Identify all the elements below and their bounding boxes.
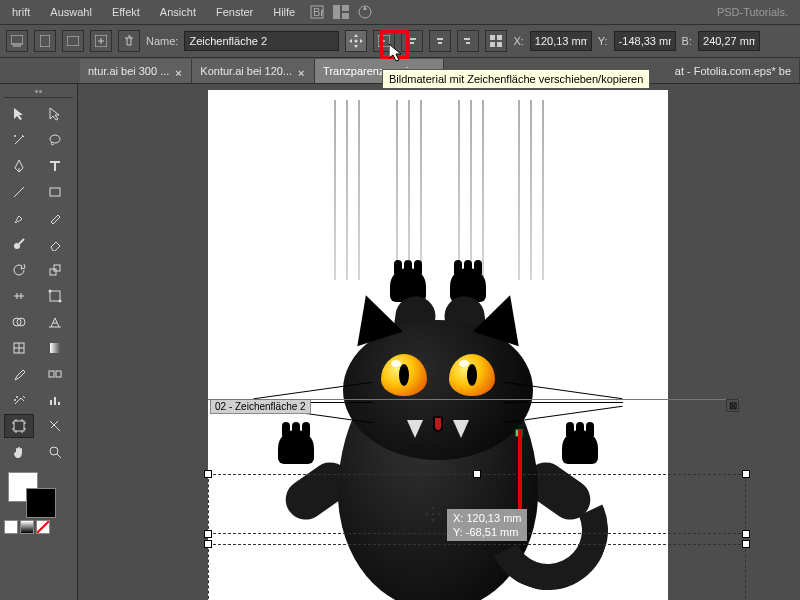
rotate-tool-icon[interactable] (4, 258, 34, 282)
rectangle-tool-icon[interactable] (40, 180, 70, 204)
move-cursor-icon (425, 506, 441, 522)
arrange-documents-icon[interactable] (331, 2, 351, 22)
bridge-icon[interactable]: Br (307, 2, 327, 22)
align-center-icon[interactable] (429, 30, 451, 52)
svg-rect-23 (50, 291, 60, 301)
tooltip: Bildmaterial mit Zeichenfläche verschieb… (382, 69, 650, 89)
eraser-tool-icon[interactable] (40, 232, 70, 256)
new-artboard-icon[interactable] (90, 30, 112, 52)
svg-rect-30 (49, 371, 54, 377)
color-mode-icon[interactable] (4, 520, 18, 534)
mesh-tool-icon[interactable] (4, 336, 34, 360)
svg-point-32 (14, 399, 16, 401)
svg-rect-2 (333, 5, 340, 19)
tools-panel (0, 84, 78, 600)
direct-selection-tool-icon[interactable] (40, 102, 70, 126)
artboard-bounds-moved[interactable] (208, 544, 746, 600)
line-tool-icon[interactable] (4, 180, 34, 204)
svg-rect-13 (490, 35, 495, 40)
svg-point-38 (50, 447, 58, 455)
artboard-name-input[interactable] (184, 31, 339, 51)
blend-tool-icon[interactable] (40, 362, 70, 386)
gradient-tool-icon[interactable] (40, 336, 70, 360)
gpu-icon[interactable] (355, 2, 375, 22)
svg-rect-29 (50, 343, 60, 353)
grid-options-icon[interactable] (485, 30, 507, 52)
blob-brush-tool-icon[interactable] (4, 232, 34, 256)
selection-tool-icon[interactable] (4, 102, 34, 126)
close-icon[interactable]: × (175, 67, 183, 75)
svg-point-10 (355, 40, 358, 43)
free-transform-tool-icon[interactable] (40, 284, 70, 308)
svg-point-24 (48, 290, 51, 293)
none-mode-icon[interactable] (36, 520, 50, 534)
name-label: Name: (146, 35, 178, 47)
svg-rect-16 (497, 42, 502, 47)
svg-rect-15 (490, 42, 495, 47)
gradient-mode-icon[interactable] (20, 520, 34, 534)
delete-artboard-icon[interactable] (118, 30, 140, 52)
svg-rect-22 (54, 265, 60, 271)
svg-point-12 (383, 40, 385, 42)
move-artwork-with-artboard-icon[interactable] (345, 30, 367, 52)
svg-rect-37 (14, 421, 24, 431)
color-swatches[interactable] (4, 472, 73, 516)
menu-item[interactable]: Auswahl (42, 4, 100, 20)
shape-builder-tool-icon[interactable] (4, 310, 34, 334)
svg-rect-8 (67, 36, 79, 46)
eyedropper-tool-icon[interactable] (4, 362, 34, 386)
menu-item[interactable]: Effekt (104, 4, 148, 20)
artwork-cat (308, 200, 568, 600)
paintbrush-tool-icon[interactable] (4, 206, 34, 230)
perspective-grid-tool-icon[interactable] (40, 310, 70, 334)
y-input[interactable] (614, 31, 676, 51)
hand-tool-icon[interactable] (4, 440, 34, 464)
menu-item[interactable]: Fenster (208, 4, 261, 20)
svg-rect-35 (54, 397, 56, 405)
reference-point-icon[interactable] (373, 30, 395, 52)
slice-tool-icon[interactable] (40, 414, 70, 438)
artboard-tool-icon[interactable] (4, 414, 34, 438)
x-input[interactable] (530, 31, 592, 51)
type-tool-icon[interactable] (40, 154, 70, 178)
canvas-area[interactable]: 02 - Zeichenfläche 2 ⊠ X: 120,13 mm Y: -… (78, 84, 800, 600)
artboard-delete-icon[interactable]: ⊠ (726, 399, 739, 412)
symbol-sprayer-tool-icon[interactable] (4, 388, 34, 412)
svg-rect-4 (342, 13, 349, 19)
y-label: Y: (598, 35, 608, 47)
hint-x: X: 120,13 mm (453, 511, 521, 525)
align-right-icon[interactable] (457, 30, 479, 52)
artboard-label: 02 - Zeichenfläche 2 (210, 399, 311, 414)
zoom-tool-icon[interactable] (40, 440, 70, 464)
tab-label: at - Fotolia.com.eps* be (675, 65, 791, 77)
svg-point-33 (16, 396, 18, 398)
width-tool-icon[interactable] (4, 284, 34, 308)
menu-item[interactable]: Ansicht (152, 4, 204, 20)
align-left-icon[interactable] (401, 30, 423, 52)
orientation-portrait-icon[interactable] (34, 30, 56, 52)
svg-line-39 (37, 521, 49, 533)
column-graph-tool-icon[interactable] (40, 388, 70, 412)
w-input[interactable] (698, 31, 760, 51)
menu-item[interactable]: Hilfe (265, 4, 303, 20)
magic-wand-tool-icon[interactable] (4, 128, 34, 152)
svg-rect-31 (56, 371, 61, 377)
pen-tool-icon[interactable] (4, 154, 34, 178)
presets-dropdown-icon[interactable] (6, 30, 28, 52)
w-label: B: (682, 35, 692, 47)
svg-rect-19 (50, 188, 60, 196)
document-tab[interactable]: ntur.ai bei 300 ...× (80, 59, 192, 83)
pencil-tool-icon[interactable] (40, 206, 70, 230)
x-label: X: (513, 35, 523, 47)
document-tab[interactable]: at - Fotolia.com.eps* be (667, 59, 800, 83)
options-bar: Name: X: Y: B: (0, 24, 800, 58)
stroke-swatch[interactable] (26, 488, 56, 518)
menu-item[interactable]: hrift (4, 4, 38, 20)
coordinate-hint: X: 120,13 mm Y: -68,51 mm (447, 509, 527, 541)
document-tab[interactable]: Kontur.ai bei 120...× (192, 59, 315, 83)
orientation-landscape-icon[interactable] (62, 30, 84, 52)
lasso-tool-icon[interactable] (40, 128, 70, 152)
scale-tool-icon[interactable] (40, 258, 70, 282)
svg-rect-7 (40, 35, 50, 47)
close-icon[interactable]: × (298, 67, 306, 75)
